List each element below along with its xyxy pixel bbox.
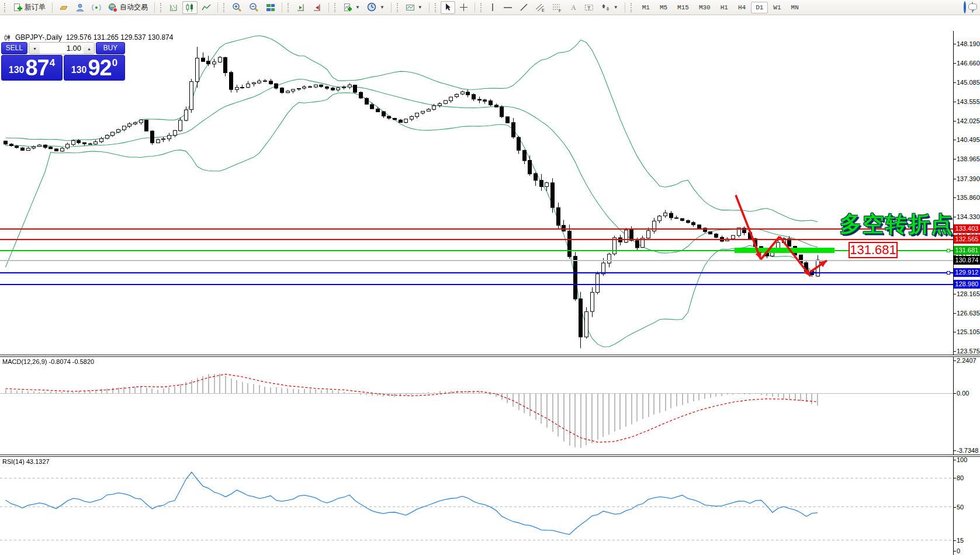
price-axis-tickmark [953,332,956,332]
price-axis-tickmark [953,179,956,179]
indicator-axis-label: 0 [957,547,980,555]
bar-chart-button[interactable] [166,1,181,14]
chat-icon [972,2,973,13]
price-axis-tickmark [953,313,956,314]
indicators-icon [343,3,352,12]
chart-window: GBPJPY-,Daily 129.576 131.265 129.537 13… [0,16,980,555]
price-axis-badge: 129.912 [954,268,980,277]
buy-button[interactable]: BUY [96,42,125,54]
chart-title: GBPJPY-,Daily 129.576 131.265 129.537 13… [4,33,173,41]
new-order-button[interactable]: 新订单 [10,1,49,14]
timeframe-button-mn[interactable]: MN [787,2,804,13]
text-icon: A [569,3,577,12]
buy-price-figure: 130 [71,61,87,79]
timeframe-button-m5[interactable]: M5 [655,2,672,13]
support-price-tag[interactable]: 131.681 [849,242,898,258]
search-button[interactable] [964,2,966,13]
volume-increase-button[interactable]: ▲ [84,43,94,54]
volume-input[interactable] [40,43,84,54]
indicator-axis-tickmark [953,551,956,551]
rsi-panel-separator[interactable] [0,455,980,457]
signals-button[interactable] [89,1,104,14]
text-tool-button[interactable]: A [566,1,580,14]
trend-zigzag-arrows[interactable] [725,188,842,287]
arrows-tool-button[interactable]: ▼ [598,1,621,14]
price-axis-badge: 128.980 [954,280,980,289]
sell-button[interactable]: SELL [1,42,27,54]
profiles-button[interactable] [72,1,88,14]
zoom-out-button[interactable] [246,1,262,14]
tile-windows-button[interactable] [263,1,278,14]
timeframe-button-m30[interactable]: M30 [694,2,715,13]
indicator-axis-tickmark [953,478,956,478]
macd-panel-separator[interactable] [0,355,980,357]
trendline-tool-button[interactable] [517,1,531,14]
chart-shift-button[interactable] [310,1,325,14]
candlestick-chart-icon [185,3,195,12]
line-chart-icon [202,3,211,12]
macd-indicator-canvas[interactable] [0,358,953,454]
text-label-tool-button[interactable]: T [581,1,597,14]
timeframe-button-w1[interactable]: W1 [768,2,785,13]
cursor-tool-button[interactable] [441,1,455,14]
price-axis-badge: 132.565 [954,235,980,244]
market-watch-button[interactable] [56,1,71,14]
candlestick-chart-button[interactable] [182,1,198,14]
zoom-out-icon [249,2,259,12]
indicator-axis-label: -3.7348 [957,447,980,455]
toolbar-grip [4,3,7,12]
line-chart-button[interactable] [199,1,214,14]
price-axis-badge: 130.874 [954,256,980,265]
line-handle[interactable] [947,271,950,275]
price-axis-tickmark [953,197,956,198]
fibonacci-icon: F [552,3,562,12]
timeframe-button-d1[interactable]: D1 [751,2,768,13]
indicators-button[interactable]: ▼ [340,1,363,14]
svg-text:A: A [571,4,576,12]
timeframe-button-m1[interactable]: M1 [638,2,655,13]
rsi-legend: RSI(14) 43.1327 [2,458,50,465]
sell-price-figure: 130 [9,61,25,79]
chart-window-icon [4,34,11,41]
templates-button[interactable]: ▼ [403,1,425,14]
auto-scroll-button[interactable] [293,1,309,14]
auto-trading-button[interactable]: 自动交易 [105,1,151,14]
price-axis-tickmark [953,102,956,102]
price-axis-tick-label: 126.635 [957,310,980,317]
auto-trading-icon [108,3,117,12]
community-chat-button[interactable] [972,2,973,13]
line-handle[interactable] [947,249,950,252]
volume-decrease-button[interactable]: ▼ [29,43,40,54]
channel-tool-button[interactable]: E [532,1,548,14]
price-axis-tick-label: 145.085 [957,79,980,86]
sell-price-button[interactable]: 130874 [1,55,63,81]
timeframe-button-h1[interactable]: H1 [716,2,733,13]
text-label-icon: T [584,3,594,12]
equidistant-channel-icon: E [535,3,545,12]
periods-dropdown-arrow[interactable]: ▼ [380,5,385,10]
timeframe-button-h4[interactable]: H4 [733,2,750,13]
horizontal-line-tool-button[interactable] [500,1,515,14]
indicator-axis-tickmark [953,507,956,508]
indicator-axis-label: 100 [957,456,980,464]
buy-price-pips: 92 [88,57,111,79]
price-axis-tick-label: 134.330 [957,213,980,221]
buy-price-button[interactable]: 130920 [64,55,125,81]
arrows-dropdown-arrow[interactable]: ▼ [614,5,618,10]
turning-point-annotation[interactable]: 多空转折点 [840,210,954,239]
zoom-in-button[interactable] [229,1,245,14]
auto-scroll-icon [296,3,306,12]
fibonacci-tool-button[interactable]: F [549,1,565,14]
timeframe-button-m15[interactable]: M15 [673,2,694,13]
vertical-line-tool-button[interactable] [486,1,499,14]
rsi-indicator-canvas[interactable] [0,457,953,555]
periods-button[interactable]: ▼ [364,1,387,14]
trendline-icon [520,3,528,12]
indicator-axis-label: 0.00 [957,390,980,397]
price-axis-tickmark [953,44,956,44]
indicators-dropdown-arrow[interactable]: ▼ [355,5,360,10]
crosshair-tool-button[interactable] [456,1,471,14]
price-axis-tick-label: 146.660 [957,60,980,67]
price-axis-badge: 131.681 [954,246,980,255]
templates-dropdown-arrow[interactable]: ▼ [418,5,423,10]
